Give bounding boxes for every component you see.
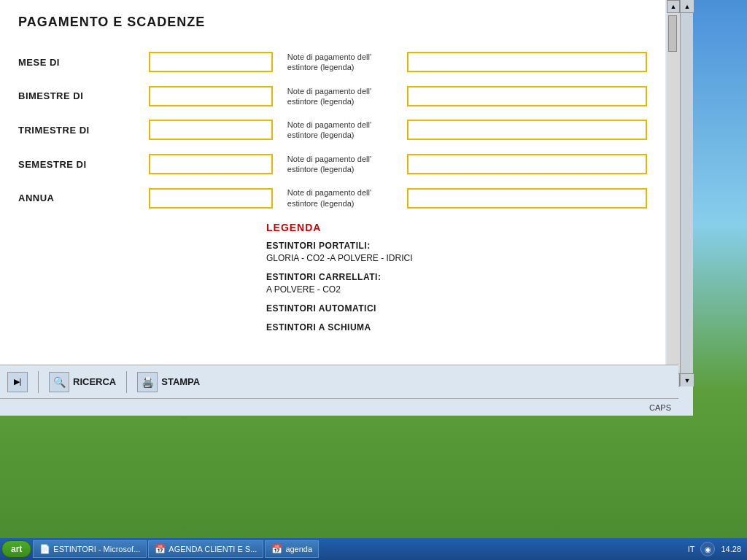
toolbar-separator-2 — [126, 371, 127, 393]
label-annua: ANNUA — [18, 192, 149, 203]
scrollbar-right-edge: ▲ ▼ — [680, 0, 693, 386]
network-icon[interactable]: ◉ — [700, 542, 715, 556]
note-label-trimestre: Note di pagamento dell'estintore (legend… — [287, 120, 403, 141]
input-mese[interactable] — [149, 52, 272, 72]
legenda-section: LEGENDA ESTINTORI PORTATILI: GLORIA - CO… — [266, 222, 647, 332]
taskbar: art 📄 ESTINTORI - Microsof... 📅 AGENDA C… — [0, 538, 747, 560]
input-note-trimestre[interactable] — [407, 120, 647, 140]
taskbar-item-agenda[interactable]: 📅 agenda — [265, 540, 319, 558]
legenda-items-carrellati: A POLVERE - CO2 — [266, 284, 647, 295]
taskbar-icon-agenda: 📅 — [271, 544, 282, 554]
clock: 14.28 — [721, 545, 741, 553]
legenda-cat-carrellati: ESTINTORI CARRELLATI: — [266, 272, 647, 282]
status-bar: CAPS — [0, 398, 678, 416]
stampa-button[interactable]: 🖨️ STAMPA — [137, 372, 200, 392]
stampa-icon: 🖨️ — [137, 372, 158, 392]
note-label-semestre: Note di pagamento dell'estintore (legend… — [287, 154, 403, 175]
form-container: PAGAMENTO E SCADENZE MESE DI Note di pag… — [0, 0, 665, 347]
ricerca-label: RICERCA — [73, 376, 116, 387]
label-semestre: SEMESTRE DI — [18, 159, 149, 170]
label-trimestre: TRIMESTRE DI — [18, 125, 149, 136]
ricerca-icon: 🔍 — [49, 372, 69, 392]
input-note-mese[interactable] — [407, 52, 647, 72]
taskbar-label-agenda: agenda — [285, 545, 312, 553]
input-note-bimestre[interactable] — [407, 86, 647, 106]
form-row-trimestre: TRIMESTRE DI Note di pagamento dell'esti… — [18, 120, 647, 141]
taskbar-label-agenda-clienti: AGENDA CLIENTI E S... — [169, 545, 257, 553]
form-row-mese: MESE DI Note di pagamento dell'estintore… — [18, 52, 647, 73]
ricerca-button[interactable]: 🔍 RICERCA — [49, 372, 116, 392]
toolbar: ▶| 🔍 RICERCA 🖨️ STAMPA — [0, 365, 678, 398]
legenda-items-portatili: GLORIA - CO2 -A POLVERE - IDRICI — [266, 253, 647, 263]
form-row-annua: ANNUA Note di pagamento dell'estintore (… — [18, 187, 647, 209]
scroll-thumb[interactable] — [668, 15, 677, 52]
legenda-cat-automatici: ESTINTORI AUTOMATICI — [266, 303, 647, 314]
taskbar-right: IT ◉ 14.28 — [688, 542, 746, 556]
input-note-semestre[interactable] — [407, 154, 647, 174]
taskbar-item-estintori[interactable]: 📄 ESTINTORI - Microsof... — [33, 540, 147, 558]
nav-prev-button[interactable]: ▶| — [7, 372, 28, 392]
taskbar-icon-estintori: 📄 — [39, 544, 50, 554]
label-mese: MESE DI — [18, 57, 149, 68]
language-indicator: IT — [688, 545, 695, 553]
scroll-down-right[interactable]: ▼ — [681, 373, 694, 386]
taskbar-label-estintori: ESTINTORI - Microsof... — [53, 545, 140, 553]
input-note-annua[interactable] — [407, 188, 647, 209]
legenda-title: LEGENDA — [266, 222, 647, 233]
start-label: art — [11, 544, 22, 554]
scroll-up-button[interactable]: ▲ — [667, 0, 680, 13]
scroll-up-right[interactable]: ▲ — [681, 0, 694, 13]
note-label-annua: Note di pagamento dell'estintore (legend… — [287, 187, 403, 209]
input-annua[interactable] — [149, 188, 272, 209]
scrollbar-vertical[interactable]: ▲ ▼ — [667, 0, 680, 386]
form-row-bimestre: BIMESTRE DI Note di pagamento dell'estin… — [18, 86, 647, 107]
stampa-label: STAMPA — [161, 376, 200, 387]
form-row-semestre: SEMESTRE DI Note di pagamento dell'estin… — [18, 154, 647, 175]
legenda-cat-schiuma: ESTINTORI A SCHIUMA — [266, 322, 647, 332]
input-trimestre[interactable] — [149, 120, 272, 140]
input-semestre[interactable] — [149, 154, 272, 174]
nav-arrows: ▶| — [7, 372, 28, 392]
start-button[interactable]: art — [1, 540, 31, 558]
note-label-bimestre: Note di pagamento dell'estintore (legend… — [287, 86, 403, 107]
caps-indicator: CAPS — [649, 403, 671, 412]
toolbar-separator-1 — [38, 371, 39, 393]
taskbar-item-agenda-clienti[interactable]: 📅 AGENDA CLIENTI E S... — [148, 540, 263, 558]
taskbar-icon-agenda-clienti: 📅 — [155, 544, 166, 554]
scroll-track — [667, 13, 680, 370]
input-bimestre[interactable] — [149, 86, 272, 106]
label-bimestre: BIMESTRE DI — [18, 90, 149, 101]
legenda-cat-portatili: ESTINTORI PORTATILI: — [266, 241, 647, 251]
page-title: PAGAMENTO E SCADENZE — [18, 15, 647, 30]
note-label-mese: Note di pagamento dell'estintore (legend… — [287, 52, 403, 73]
